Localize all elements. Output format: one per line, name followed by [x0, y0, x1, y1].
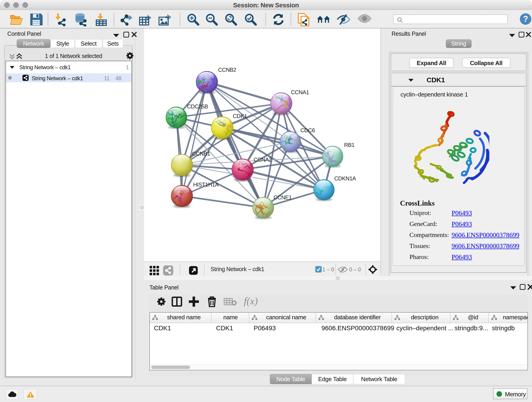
svg-text:CCNA1: CCNA1 — [291, 89, 309, 95]
svg-text:RB1: RB1 — [344, 142, 355, 148]
svg-text:CDK1: CDK1 — [233, 113, 247, 119]
svg-text:HIST1H1A: HIST1H1A — [193, 182, 219, 188]
svg-text:CDKN1A: CDKN1A — [334, 175, 356, 182]
svg-text:CCNB2: CCNB2 — [218, 67, 236, 73]
svg-text:CDC25B: CDC25B — [187, 103, 208, 109]
svg-text:CCNE1: CCNE1 — [273, 194, 292, 201]
svg-text:CDC6: CDC6 — [300, 127, 315, 133]
svg-text:?: ? — [523, 14, 528, 24]
svg-text:CCNA2: CCNA2 — [254, 157, 272, 163]
svg-text:CCNB1: CCNB1 — [192, 151, 210, 157]
